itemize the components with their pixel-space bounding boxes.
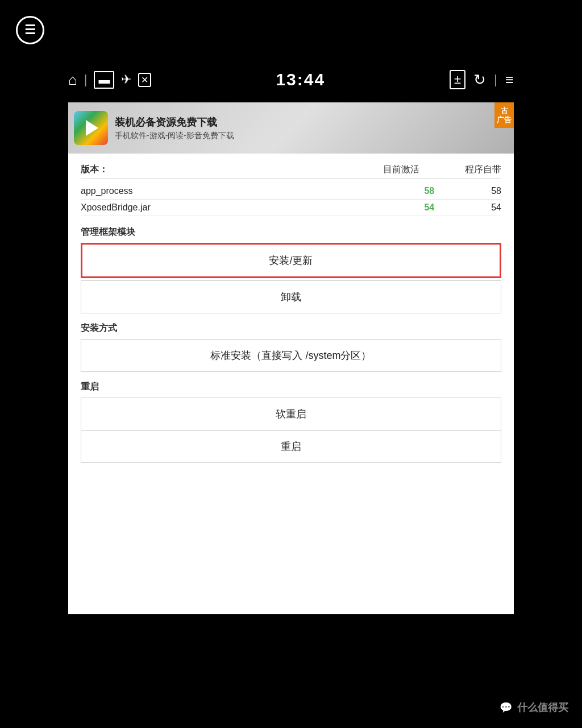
soft-reboot-button[interactable]: 软重启 bbox=[81, 398, 501, 431]
menu-icon[interactable]: ☰ bbox=[16, 16, 44, 44]
version-active-2: 54 bbox=[424, 202, 434, 213]
menu-icon-symbol: ☰ bbox=[24, 23, 36, 38]
watermark-icon: 💬 bbox=[500, 702, 512, 713]
version-builtin-2: 54 bbox=[491, 202, 501, 213]
version-col2: 程序自带 bbox=[465, 164, 501, 176]
airplane-icon: ✈ bbox=[121, 72, 131, 87]
status-time: 13:44 bbox=[276, 70, 325, 89]
uninstall-wrapper: 卸载 bbox=[81, 280, 501, 313]
ad-badge-line2: 广告 bbox=[497, 115, 512, 125]
install-update-wrapper: 安装/更新 bbox=[81, 243, 501, 278]
reboot-section-label: 重启 bbox=[81, 381, 501, 393]
install-update-button[interactable]: 安装/更新 bbox=[82, 245, 500, 276]
divider2: | bbox=[494, 72, 497, 87]
version-active-1: 58 bbox=[424, 186, 434, 196]
ad-badge: 古 广告 bbox=[494, 102, 514, 128]
reboot-button[interactable]: 重启 bbox=[81, 431, 501, 462]
ad-banner[interactable]: 装机必备资源免费下载 手机软件-游戏-阅读-影音免费下载 古 广告 bbox=[68, 102, 514, 154]
home-icon: ⌂ bbox=[68, 71, 77, 89]
version-label: 版本： bbox=[81, 164, 108, 176]
ad-title: 装机必备资源免费下载 bbox=[115, 115, 508, 129]
reboot-wrapper: 软重启 重启 bbox=[81, 398, 501, 463]
version-row-xposed: XposedBridge.jar 54 54 bbox=[81, 200, 501, 216]
content-area: 版本： 目前激活 程序自带 app_process 58 58 XposedBr… bbox=[68, 154, 514, 473]
install-method-button[interactable]: 标准安装（直接写入 /system分区） bbox=[81, 340, 501, 371]
ad-subtitle: 手机软件-游戏-阅读-影音免费下载 bbox=[115, 131, 508, 141]
battery-icon: ▬ bbox=[94, 71, 114, 89]
version-name-2: XposedBridge.jar bbox=[81, 202, 151, 213]
manage-section-label: 管理框架模块 bbox=[81, 226, 501, 238]
divider1: | bbox=[84, 72, 88, 87]
version-builtin-1: 58 bbox=[491, 186, 501, 196]
signal-off-icon: ✕ bbox=[138, 73, 151, 87]
list-icon: ≡ bbox=[505, 71, 514, 89]
install-method-wrapper: 标准安装（直接写入 /system分区） bbox=[81, 339, 501, 372]
plusminus-icon: ± bbox=[450, 70, 465, 89]
status-right: ± ↻ | ≡ bbox=[450, 70, 514, 89]
version-col1: 目前激活 bbox=[383, 164, 419, 176]
status-bar: ⌂ | ▬ ✈ ✕ 13:44 ± ↻ | ≡ bbox=[68, 63, 514, 97]
version-name-1: app_process bbox=[81, 186, 133, 196]
install-method-label: 安装方式 bbox=[81, 322, 501, 334]
ad-badge-line1: 古 bbox=[501, 106, 508, 115]
main-panel: 装机必备资源免费下载 手机软件-游戏-阅读-影音免费下载 古 广告 版本： 目前… bbox=[68, 102, 514, 614]
version-section: 版本： 目前激活 程序自带 app_process 58 58 XposedBr… bbox=[81, 164, 501, 216]
uninstall-button[interactable]: 卸载 bbox=[81, 281, 501, 313]
ad-logo bbox=[74, 111, 108, 145]
watermark-text: 什么值得买 bbox=[517, 702, 568, 713]
version-header: 版本： 目前激活 程序自带 bbox=[81, 164, 501, 179]
version-row-app-process: app_process 58 58 bbox=[81, 183, 501, 200]
play-triangle bbox=[86, 120, 98, 136]
watermark: 💬 什么值得买 bbox=[500, 701, 568, 714]
status-left: ⌂ | ▬ ✈ ✕ bbox=[68, 71, 151, 89]
refresh-icon: ↻ bbox=[473, 71, 486, 89]
ad-text: 装机必备资源免费下载 手机软件-游戏-阅读-影音免费下载 bbox=[115, 115, 508, 141]
